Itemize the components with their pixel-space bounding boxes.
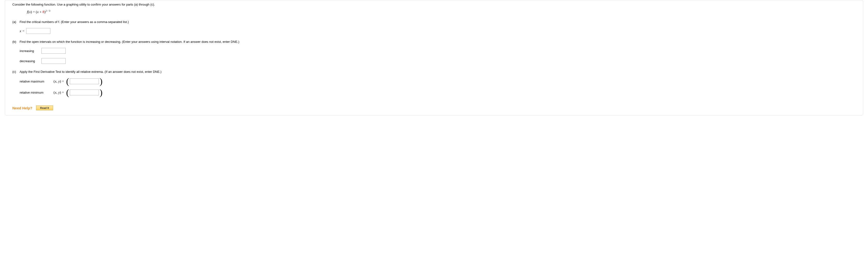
part-a-answer-row: x =	[20, 28, 856, 34]
relmax-input[interactable]	[70, 78, 99, 84]
relmax-row: relative maximum (x, y) = ( )	[20, 78, 856, 85]
increasing-row: increasing	[20, 48, 856, 54]
part-c-text: Apply the First Derivative Test to ident…	[20, 70, 853, 73]
need-help-label: Need Help?	[12, 106, 32, 110]
critical-numbers-input[interactable]	[26, 28, 51, 34]
part-b-label: (b)	[12, 40, 19, 43]
decreasing-input[interactable]	[41, 58, 66, 64]
part-b: (b) Find the open intervals on which the…	[12, 40, 856, 64]
part-a-text: Find the critical numbers of f. (Enter y…	[20, 20, 853, 24]
read-it-button[interactable]: Read It	[36, 105, 53, 110]
xy-label-max: (x, y) =	[54, 79, 64, 83]
question-container: Consider the following function. Use a g…	[5, 0, 863, 115]
decreasing-row: decreasing	[20, 58, 856, 64]
function-definition: f(x) = (x + 8)2 / 3	[27, 9, 856, 14]
open-paren-icon: (	[65, 89, 70, 96]
part-c: (c) Apply the First Derivative Test to i…	[12, 70, 856, 96]
relmin-input[interactable]	[70, 90, 99, 95]
part-a-label: (a)	[12, 20, 19, 24]
relmin-row: relative minimum (x, y) = ( )	[20, 89, 856, 96]
part-b-text: Find the open intervals on which the fun…	[20, 40, 853, 43]
decreasing-label: decreasing	[20, 59, 41, 63]
close-paren-icon: )	[99, 89, 103, 96]
close-paren-icon: )	[99, 78, 103, 85]
part-c-label: (c)	[12, 70, 19, 73]
xy-label-min: (x, y) =	[54, 91, 64, 95]
part-a: (a) Find the critical numbers of f. (Ent…	[12, 20, 856, 34]
need-help-row: Need Help? Read It	[12, 105, 856, 110]
increasing-label: increasing	[20, 49, 41, 53]
relmax-label: relative maximum	[20, 79, 54, 83]
open-paren-icon: (	[65, 78, 70, 85]
increasing-input[interactable]	[41, 48, 66, 54]
relmin-label: relative minimum	[20, 91, 54, 94]
intro-text: Consider the following function. Use a g…	[12, 3, 856, 6]
x-equals-label: x =	[20, 29, 25, 33]
